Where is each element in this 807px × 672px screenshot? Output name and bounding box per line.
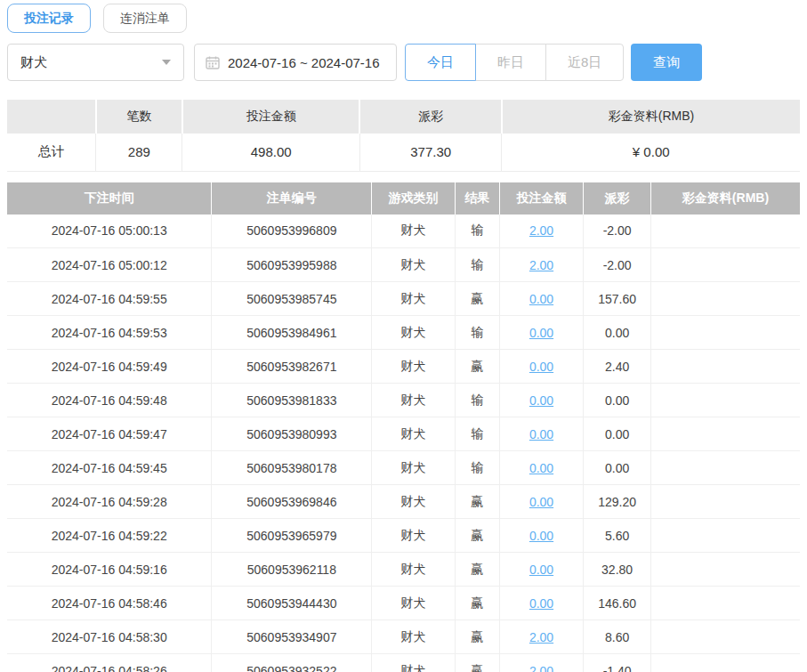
- summary-header-row: 笔数 投注金额 派彩 彩金资料(RMB): [7, 100, 800, 134]
- cell-order-id: 5060953962118: [212, 553, 372, 587]
- bet-amount-link[interactable]: 0.00: [529, 563, 553, 577]
- cell-order-id: 5060953995988: [212, 248, 372, 282]
- table-row: 2024-07-16 04:59:49 5060953982671 财犬 赢 0…: [7, 350, 800, 384]
- bet-amount-link[interactable]: 0.00: [529, 596, 553, 611]
- cell-payout: 2.40: [584, 350, 651, 384]
- cell-payout: 0.00: [584, 316, 651, 350]
- bet-amount-link[interactable]: 0.00: [529, 427, 553, 441]
- yesterday-button[interactable]: 昨日: [475, 44, 546, 81]
- header-bet-time: 下注时间: [7, 182, 212, 215]
- cell-bet-amount: 0.00: [499, 485, 583, 519]
- cell-order-id: 5060953982671: [212, 350, 372, 384]
- search-button[interactable]: 查询: [631, 44, 702, 81]
- bet-amount-link[interactable]: 0.00: [529, 393, 553, 408]
- cell-bet-amount: 2.00: [499, 620, 583, 654]
- cell-payout: 0.00: [584, 384, 651, 417]
- cell-bet-amount: 0.00: [499, 384, 583, 417]
- cell-order-id: 5060953984961: [212, 316, 372, 350]
- bet-amount-link[interactable]: 0.00: [529, 292, 553, 306]
- summary-total-bet-amount: 498.00: [182, 134, 360, 171]
- table-row: 2024-07-16 04:59:22 5060953965979 财犬 赢 0…: [7, 519, 800, 553]
- cell-bonus: [650, 553, 800, 587]
- cell-result: 赢: [455, 620, 499, 654]
- table-row: 2024-07-16 05:00:12 5060953995988 财犬 输 2…: [7, 248, 800, 282]
- cell-result: 赢: [455, 654, 499, 672]
- cell-bonus: [650, 620, 800, 654]
- cell-bet-time: 2024-07-16 05:00:12: [7, 248, 212, 282]
- cell-result: 输: [455, 417, 499, 451]
- betting-records-page: 投注记录 连消注单 财犬 2024-07-16 ~ 2024-07-16 今日: [0, 0, 807, 672]
- cell-bet-amount: 0.00: [499, 316, 583, 350]
- cell-payout: 129.20: [584, 485, 651, 519]
- cell-bonus: [650, 215, 800, 248]
- cell-game-type: 财犬: [372, 248, 456, 282]
- cell-result: 输: [455, 384, 499, 417]
- cell-result: 赢: [455, 519, 499, 553]
- cell-bet-time: 2024-07-16 04:59:48: [7, 384, 212, 417]
- cell-game-type: 财犬: [372, 282, 456, 316]
- summary-total-payout: 377.30: [359, 134, 501, 171]
- cell-payout: -2.00: [584, 248, 651, 282]
- cell-bet-time: 2024-07-16 04:59:22: [7, 519, 212, 553]
- today-button[interactable]: 今日: [405, 44, 476, 81]
- cell-bet-time: 2024-07-16 04:58:46: [7, 587, 212, 620]
- cell-bonus: [650, 316, 800, 350]
- cell-payout: 0.00: [584, 417, 651, 451]
- cell-result: 赢: [455, 350, 499, 384]
- cell-order-id: 5060953980178: [212, 451, 372, 485]
- bet-amount-link[interactable]: 2.00: [529, 223, 553, 238]
- cell-result: 输: [455, 215, 499, 248]
- table-row: 2024-07-16 04:59:53 5060953984961 财犬 输 0…: [7, 316, 800, 350]
- cell-payout: 146.60: [584, 587, 651, 620]
- cell-bet-amount: 2.00: [499, 654, 583, 672]
- cell-order-id: 5060953996809: [212, 215, 372, 248]
- summary-header-empty: [7, 100, 96, 134]
- table-row: 2024-07-16 04:59:47 5060953980993 财犬 输 0…: [7, 417, 800, 451]
- cell-bet-amount: 2.00: [499, 215, 583, 248]
- bet-amount-link[interactable]: 0.00: [529, 360, 553, 374]
- cell-bet-amount: 0.00: [499, 451, 583, 485]
- bet-amount-link[interactable]: 0.00: [529, 529, 553, 543]
- cell-game-type: 财犬: [372, 519, 456, 553]
- bet-amount-link[interactable]: 0.00: [529, 495, 553, 509]
- cell-bet-time: 2024-07-16 05:00:13: [7, 215, 212, 248]
- cell-order-id: 5060953944430: [212, 587, 372, 620]
- cell-bet-amount: 0.00: [499, 553, 583, 587]
- cell-bonus: [650, 587, 800, 620]
- cell-payout: -2.00: [584, 215, 651, 248]
- cell-result: 赢: [455, 553, 499, 587]
- cell-game-type: 财犬: [372, 587, 456, 620]
- bet-amount-link[interactable]: 2.00: [529, 258, 553, 272]
- game-select-value: 财犬: [20, 54, 47, 71]
- game-select[interactable]: 财犬: [7, 44, 184, 81]
- cell-bonus: [650, 248, 800, 282]
- tab-betting-records[interactable]: 投注记录: [7, 4, 91, 33]
- cell-game-type: 财犬: [372, 417, 456, 451]
- cell-bet-time: 2024-07-16 04:59:16: [7, 553, 212, 587]
- bet-amount-link[interactable]: 0.00: [529, 326, 553, 340]
- cell-bet-amount: 2.00: [499, 248, 583, 282]
- cell-bet-time: 2024-07-16 04:59:28: [7, 485, 212, 519]
- header-bet-amount: 投注金额: [499, 182, 583, 215]
- cell-order-id: 5060953932522: [212, 654, 372, 672]
- tab-cancelled-orders[interactable]: 连消注单: [103, 4, 187, 33]
- table-row: 2024-07-16 04:59:48 5060953981833 财犬 输 0…: [7, 384, 800, 417]
- bet-amount-link[interactable]: 2.00: [529, 630, 553, 644]
- cell-bonus: [650, 519, 800, 553]
- header-bonus: 彩金资料(RMB): [650, 182, 800, 215]
- summary-total-label: 总计: [7, 134, 96, 171]
- cell-bet-amount: 0.00: [499, 282, 583, 316]
- date-range-input[interactable]: 2024-07-16 ~ 2024-07-16: [194, 44, 397, 81]
- cell-order-id: 5060953980993: [212, 417, 372, 451]
- cell-result: 输: [455, 451, 499, 485]
- table-row: 2024-07-16 04:59:16 5060953962118 财犬 赢 0…: [7, 553, 800, 587]
- cell-bonus: [650, 654, 800, 672]
- cell-game-type: 财犬: [372, 553, 456, 587]
- last-8-days-button[interactable]: 近8日: [545, 44, 624, 81]
- bet-amount-link[interactable]: 0.00: [529, 461, 553, 475]
- cell-game-type: 财犬: [372, 215, 456, 248]
- cell-bet-time: 2024-07-16 04:59:47: [7, 417, 212, 451]
- bet-amount-link[interactable]: 2.00: [529, 664, 553, 672]
- filter-bar: 财犬 2024-07-16 ~ 2024-07-16 今日 昨日 近8日 查询: [7, 44, 800, 81]
- cell-order-id: 5060953934907: [212, 620, 372, 654]
